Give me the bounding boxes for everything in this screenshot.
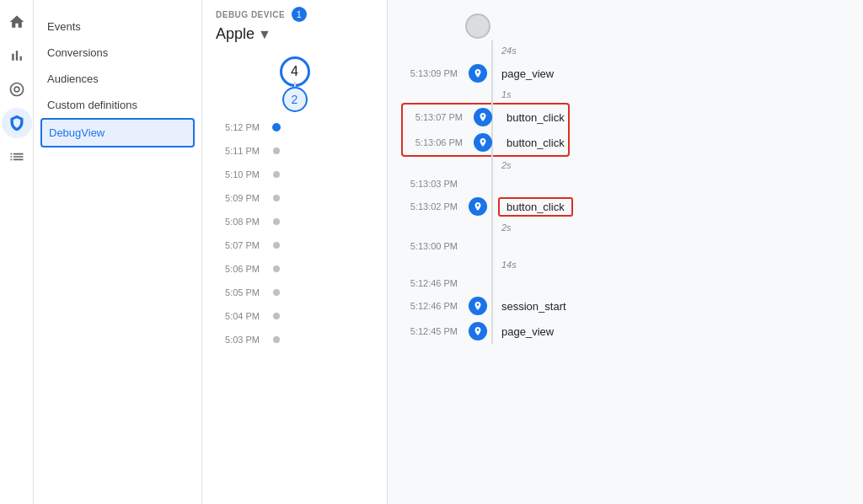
- event-time: 5:13:00 PM: [401, 241, 464, 251]
- duration-1s: 1s: [491, 89, 512, 99]
- event-name: button_click: [496, 111, 565, 124]
- timeline-row: 5:03 PM: [202, 328, 387, 351]
- duration-row-2s-1: 2s: [401, 157, 850, 174]
- sidebar-item-debugview[interactable]: DebugView: [40, 118, 195, 147]
- timeline-time: 5:06 PM: [209, 264, 260, 274]
- icon-navigation: [0, 0, 34, 504]
- event-button-click-2: 5:13:06 PM button_click: [403, 130, 568, 155]
- timeline-panel: DEBUG DEVICE 1 Apple ▼ 4 2 5:12 PM5:11 P…: [202, 0, 388, 504]
- top-circle: [465, 13, 490, 39]
- timeline-dot: [273, 171, 280, 178]
- timeline-list: 5:12 PM5:11 PM5:10 PM5:09 PM5:08 PM5:07 …: [202, 115, 387, 365]
- time-spacer-1: 5:13:03 PM: [401, 174, 850, 194]
- timeline-dot-area: [260, 313, 293, 319]
- timeline-dot-area: [260, 195, 293, 201]
- dropdown-arrow-icon: ▼: [258, 27, 271, 42]
- event-time: 5:12:46 PM: [401, 301, 464, 311]
- event-time: 5:13:02 PM: [401, 201, 464, 212]
- event-button-click-solo: 5:13:02 PM button_click: [401, 194, 850, 219]
- timeline-row: 5:09 PM: [202, 186, 387, 210]
- timeline-dot-area: [260, 242, 293, 249]
- event-button-click-1: 5:13:07 PM button_click: [403, 105, 568, 130]
- timeline-time: 5:11 PM: [209, 146, 260, 156]
- timeline-dot: [273, 336, 280, 343]
- selected-count-area: 2: [202, 87, 387, 112]
- time-spacer-3: 5:12:46 PM: [401, 273, 850, 293]
- event-name: button_click: [496, 137, 565, 149]
- event-page-view-2: 5:12:45 PM page_view: [401, 319, 850, 344]
- event-icon: [469, 297, 487, 315]
- timeline-time: 5:09 PM: [209, 193, 260, 203]
- timeline-dot-area: [260, 171, 293, 178]
- timeline-row: 5:07 PM: [202, 233, 387, 257]
- event-time: 5:13:06 PM: [406, 137, 469, 147]
- timeline-dot-area: [260, 336, 293, 343]
- timeline-time: 5:10 PM: [209, 169, 260, 180]
- timeline-dot-area: [260, 147, 293, 154]
- event-time: 5:12:45 PM: [401, 326, 464, 336]
- sidebar-item-events[interactable]: Events: [34, 13, 201, 40]
- top-node: [401, 13, 850, 39]
- timeline-time: 5:07 PM: [209, 240, 260, 250]
- timeline-time: 5:05 PM: [209, 287, 260, 298]
- button-click-group-1: 5:13:07 PM button_click 5:13:06 PM: [401, 103, 570, 157]
- vertical-timeline-line: [491, 40, 493, 344]
- event-name: page_view: [491, 325, 554, 338]
- event-icon: [474, 108, 492, 126]
- event-name: page_view: [491, 67, 554, 80]
- timeline-header: DEBUG DEVICE 1 Apple ▼: [202, 0, 387, 50]
- reports-nav-item[interactable]: [2, 40, 32, 71]
- timeline-row: 5:08 PM: [202, 210, 387, 233]
- timeline-time: 5:04 PM: [209, 311, 260, 321]
- timeline-dot: [273, 195, 280, 201]
- home-nav-item[interactable]: [2, 7, 32, 37]
- event-detail-panel: 24s 5:13:09 PM page_view 1s: [388, 0, 863, 504]
- event-timeline-container: 24s 5:13:09 PM page_view 1s: [401, 40, 850, 344]
- configure-nav-item[interactable]: [2, 108, 32, 138]
- device-name: Apple: [216, 25, 255, 43]
- timeline-row: 5:06 PM: [202, 257, 387, 281]
- duration-2s-2: 2s: [491, 223, 512, 233]
- event-icon: [469, 197, 487, 216]
- timeline-dot: [273, 242, 280, 249]
- timeline-time: 5:08 PM: [209, 217, 260, 227]
- sidebar-item-custom-definitions[interactable]: Custom definitions: [34, 92, 201, 118]
- timeline-row[interactable]: 5:12 PM: [202, 115, 387, 139]
- event-time: 5:13:07 PM: [406, 112, 469, 122]
- timeline-dot: [273, 289, 280, 296]
- duration-14s: 14s: [491, 260, 517, 270]
- event-icon: [469, 64, 487, 83]
- explore-nav-item[interactable]: [2, 74, 32, 105]
- duration-row-14s: 14s: [401, 256, 850, 273]
- timeline-dot-area: [260, 265, 293, 272]
- sidebar: Events Conversions Audiences Custom defi…: [34, 0, 202, 504]
- timeline-dot: [273, 218, 280, 225]
- duration-row-2s-2: 2s: [401, 219, 850, 236]
- timeline-dot-area: [260, 123, 293, 131]
- duration-24s: 24s: [491, 46, 517, 56]
- event-session-start: 5:12:46 PM session_start: [401, 293, 850, 319]
- admin-nav-item[interactable]: [2, 142, 32, 172]
- timeline-dot-area: [260, 289, 293, 296]
- sidebar-item-audiences[interactable]: Audiences: [34, 66, 201, 92]
- sidebar-item-conversions[interactable]: Conversions: [34, 40, 201, 66]
- time-spacer-2: 5:13:00 PM: [401, 236, 850, 256]
- event-icon: [474, 133, 492, 152]
- duration-row-1s: 1s: [401, 86, 850, 103]
- event-time: 5:13:03 PM: [401, 179, 464, 189]
- selected-bubble: 2: [282, 87, 308, 112]
- timeline-dot-area: [260, 218, 293, 225]
- timeline-dot: [273, 147, 280, 154]
- duration-row-24s: 24s: [401, 40, 850, 61]
- event-time: 5:12:46 PM: [401, 278, 464, 288]
- event-name-highlighted: button_click: [498, 197, 573, 217]
- debug-device-label: DEBUG DEVICE 1: [216, 7, 373, 22]
- main-content: DEBUG DEVICE 1 Apple ▼ 4 2 5:12 PM5:11 P…: [202, 0, 863, 504]
- debug-device-count: 1: [292, 7, 307, 22]
- timeline-time: 5:12 PM: [209, 122, 260, 132]
- timeline-dot: [273, 313, 280, 319]
- timeline-row: 5:04 PM: [202, 304, 387, 328]
- timeline-dot: [273, 265, 280, 272]
- device-selector[interactable]: Apple ▼: [216, 25, 373, 43]
- duration-2s-1: 2s: [491, 160, 512, 170]
